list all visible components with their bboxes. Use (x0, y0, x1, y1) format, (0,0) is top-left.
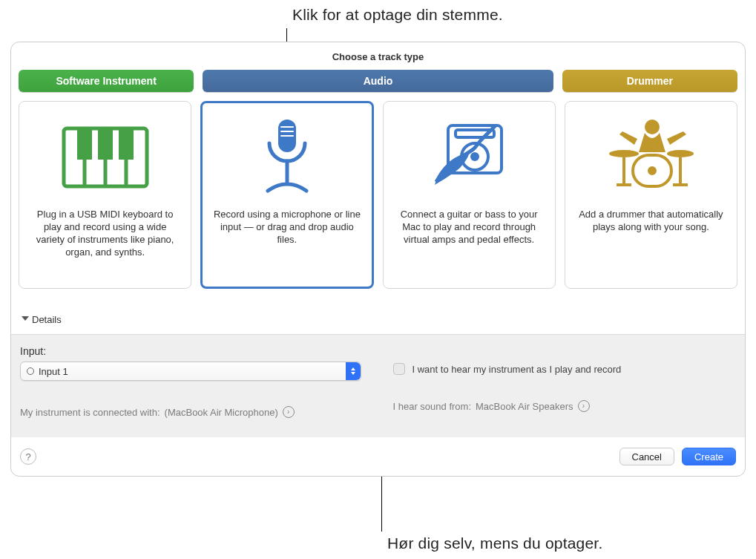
drummer-icon (599, 114, 703, 201)
svg-point-17 (609, 150, 639, 157)
card-software-instrument[interactable]: Plug in a USB MIDI keyboard to play and … (19, 101, 191, 289)
chevron-down-icon (20, 316, 27, 324)
callout-top-text: Klik for at optage din stemme. (292, 6, 503, 24)
track-type-card-row: Plug in a USB MIDI keyboard to play and … (19, 101, 737, 289)
select-stepper-icon (346, 362, 361, 380)
monitor-checkbox-label: I want to hear my instrument as I play a… (412, 364, 622, 375)
cancel-button[interactable]: Cancel (619, 448, 674, 465)
card-drummer-desc: Add a drummer that automatically plays a… (574, 209, 728, 234)
mono-channel-icon (27, 367, 34, 375)
guitar-amp-icon (417, 114, 521, 201)
details-label: Details (32, 314, 62, 325)
category-software-instrument: Software Instrument (19, 70, 194, 92)
svg-point-22 (649, 168, 655, 174)
output-device-prefix: I hear sound from: (393, 401, 472, 412)
input-select[interactable]: Input 1 (20, 362, 361, 381)
svg-rect-4 (77, 130, 92, 160)
instrument-connected-device: (MacBook Air Microphone) (165, 407, 278, 418)
help-button[interactable]: ? (20, 448, 36, 465)
output-device-go-icon[interactable]: › (578, 400, 590, 412)
dialog-footer: ? Cancel Create (11, 437, 745, 476)
dialog-title: Choose a track type (19, 51, 737, 62)
svg-point-15 (470, 152, 479, 161)
card-drummer[interactable]: Add a drummer that automatically plays a… (565, 101, 737, 289)
svg-point-19 (667, 150, 694, 157)
category-audio: Audio (203, 70, 553, 92)
svg-rect-5 (98, 130, 113, 160)
input-label: Input: (20, 345, 364, 357)
output-device-value: MacBook Air Speakers (476, 401, 573, 412)
track-type-dialog: Choose a track type Software Instrument … (10, 42, 746, 477)
card-audio-mic-desc: Record using a microphone or line input … (210, 209, 364, 246)
svg-point-16 (645, 120, 660, 134)
card-audio-guitar[interactable]: Connect a guitar or bass to your Mac to … (383, 101, 556, 289)
details-disclosure[interactable]: Details (19, 289, 737, 334)
category-drummer: Drummer (562, 70, 737, 92)
category-header-row: Software Instrument Audio Drummer (19, 70, 737, 92)
create-button[interactable]: Create (682, 448, 736, 465)
mic-icon (235, 114, 339, 201)
monitor-column: I want to hear my instrument as I play a… (393, 345, 737, 418)
keyboard-keys-icon (53, 114, 157, 201)
input-select-value: Input 1 (39, 366, 68, 377)
card-audio-mic[interactable]: Record using a microphone or line input … (200, 101, 373, 289)
input-column: Input: Input 1 My instrument is connecte… (20, 345, 364, 418)
input-device-go-icon[interactable]: › (283, 406, 295, 418)
monitor-checkbox[interactable] (393, 363, 405, 375)
details-panel: Input: Input 1 My instrument is connecte… (11, 334, 745, 437)
svg-rect-6 (119, 130, 134, 160)
card-software-instrument-desc: Plug in a USB MIDI keyboard to play and … (28, 209, 182, 259)
card-audio-guitar-desc: Connect a guitar or bass to your Mac to … (392, 209, 546, 246)
instrument-connected-prefix: My instrument is connected with: (20, 407, 160, 418)
callout-bottom-text: Hør dig selv, mens du optager. (387, 535, 602, 552)
